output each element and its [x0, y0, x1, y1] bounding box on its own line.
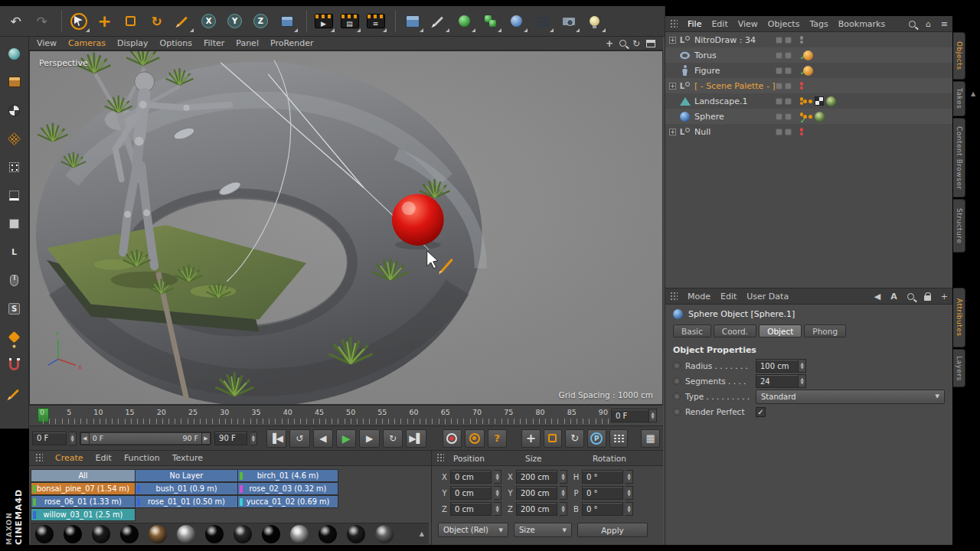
visibility-dot[interactable]: [785, 129, 792, 135]
viewport-canvas[interactable]: Y X Perspective Grid Spacing : 1000 cm: [29, 51, 663, 405]
current-frame-field[interactable]: 0 F: [32, 432, 67, 445]
animation-toggle-icon[interactable]: [673, 362, 681, 370]
scale-record-toggle[interactable]: [544, 429, 563, 448]
last-tool-pen-icon[interactable]: [170, 8, 195, 34]
menu-prorender[interactable]: ProRender: [270, 38, 314, 48]
tab-layers[interactable]: Layers: [953, 349, 965, 387]
sphere-material-tag-icon[interactable]: [815, 112, 825, 122]
menu-edit[interactable]: Edit: [711, 19, 727, 29]
light-icon[interactable]: [582, 8, 607, 34]
lock-z-axis-button[interactable]: Z: [248, 8, 273, 34]
point-level-animation-toggle[interactable]: [609, 429, 629, 448]
tab-phong[interactable]: Phong: [804, 324, 846, 337]
object-row-torus[interactable]: Torus ✓: [665, 47, 952, 63]
tab-attributes[interactable]: Attributes: [953, 288, 965, 347]
menu-user-data[interactable]: User Data: [746, 292, 789, 302]
spinner[interactable]: ▲▼: [626, 502, 633, 516]
rotate-tool-icon[interactable]: ↻: [144, 8, 169, 34]
ruler-frame-spinner[interactable]: ▲▼: [649, 409, 657, 422]
menu-cameras[interactable]: Cameras: [68, 38, 106, 48]
tab-content-browser[interactable]: Content Browser: [953, 118, 965, 197]
timeline-ruler[interactable]: 051015202530354045505560657075808590 0 F…: [29, 405, 663, 426]
apply-button[interactable]: Apply: [577, 523, 648, 537]
size-x-field[interactable]: 200 cm: [516, 470, 557, 484]
scene-3d[interactable]: Y X: [30, 51, 662, 404]
layer-cell[interactable]: bush_01 (0.9 m): [136, 482, 238, 495]
list-icon[interactable]: ≡: [941, 19, 948, 29]
animation-toggle-icon[interactable]: [673, 408, 681, 416]
texture-mode-icon[interactable]: [2, 98, 27, 122]
live-selection-icon[interactable]: [66, 8, 91, 34]
visibility-dot[interactable]: [776, 113, 782, 120]
material-thumbnail[interactable]: [149, 525, 167, 543]
material-tag-icon[interactable]: [803, 66, 813, 76]
snap-magnet-icon[interactable]: [2, 353, 27, 377]
model-mode-icon[interactable]: [2, 70, 27, 94]
rotate-view-icon[interactable]: ↻: [632, 38, 640, 49]
layer-cell[interactable]: yucca_01_02 (0.69 m): [238, 495, 338, 508]
spinner[interactable]: ▲▼: [799, 359, 806, 373]
material-tag-icon[interactable]: [803, 51, 813, 60]
menu-objects[interactable]: Objects: [768, 19, 800, 29]
visibility-dot[interactable]: [776, 67, 782, 74]
tab-basic[interactable]: Basic: [673, 324, 711, 337]
object-row-landscape[interactable]: Landscape.1: [665, 93, 952, 109]
position-z-field[interactable]: 0 cm: [450, 502, 492, 516]
object-row-sphere[interactable]: Sphere ✓: [665, 109, 952, 124]
panel-handle-icon[interactable]: [436, 453, 444, 463]
preview-range-slider[interactable]: ◀ 0 F 90 F ▶: [80, 432, 211, 445]
spinner[interactable]: ▲▼: [626, 470, 633, 484]
expand-toggle-icon[interactable]: +: [669, 37, 676, 44]
lock-icon[interactable]: [924, 295, 931, 301]
menu-create[interactable]: Create: [55, 453, 83, 463]
menu-file[interactable]: File: [688, 19, 701, 29]
paint-setup-icon[interactable]: [2, 324, 27, 349]
segments-field[interactable]: 24: [756, 374, 799, 388]
layer-cell[interactable]: No Layer: [136, 469, 238, 482]
spinner[interactable]: ▲▼: [560, 486, 567, 500]
object-name[interactable]: Landscape.1: [694, 96, 748, 106]
rotation-b-field[interactable]: 0 °: [582, 502, 623, 516]
range-start-grip[interactable]: ◀: [80, 432, 90, 445]
layer-cell[interactable]: rose_02_03 (0.32 m): [238, 482, 338, 495]
search-icon[interactable]: [907, 293, 914, 300]
material-thumbnail[interactable]: [205, 525, 224, 543]
layer-cell[interactable]: birch_01 (4.6 m): [238, 469, 338, 482]
spinner[interactable]: ▲▼: [560, 470, 567, 484]
panel-handle-icon[interactable]: [670, 19, 678, 29]
spinner[interactable]: ▲▼: [494, 470, 501, 484]
end-frame-spinner[interactable]: ▲▼: [250, 432, 257, 445]
rotation-h-field[interactable]: 0 °: [582, 470, 623, 484]
menu-mode[interactable]: Mode: [688, 292, 710, 302]
render-picture-viewer-icon[interactable]: ▤: [337, 8, 362, 34]
layer-cell[interactable]: willow_03_01 (2.5 m): [31, 508, 136, 521]
menu-panel[interactable]: Panel: [236, 38, 259, 48]
material-thumbnail[interactable]: [35, 525, 54, 543]
menu-tags[interactable]: Tags: [809, 19, 828, 29]
add-cube-icon[interactable]: [400, 8, 425, 34]
menu-edit[interactable]: Edit: [720, 292, 737, 302]
workplane-mode-icon[interactable]: [2, 126, 27, 151]
enable-axis-icon[interactable]: L: [2, 240, 27, 264]
material-thumbnail[interactable]: [64, 525, 82, 543]
record-keyframe-button[interactable]: [443, 429, 462, 448]
coord-size-select[interactable]: Size▼: [514, 523, 572, 537]
tab-object[interactable]: Object: [759, 324, 802, 337]
type-dropdown[interactable]: Standard▼: [756, 390, 945, 404]
spinner[interactable]: ▲▼: [799, 374, 806, 388]
layer-cell[interactable]: bonsai_pine_07 (1.54 m): [31, 482, 136, 495]
spinner[interactable]: ▲▼: [494, 502, 501, 516]
next-frame-button[interactable]: ▶: [359, 429, 379, 448]
object-name[interactable]: Sphere: [694, 112, 724, 122]
object-name[interactable]: Null: [694, 127, 710, 137]
position-y-field[interactable]: 0 cm: [450, 486, 492, 500]
previous-frame-button[interactable]: ◀: [313, 429, 333, 448]
home-icon[interactable]: ⌂: [926, 19, 931, 29]
animation-toggle-icon[interactable]: [673, 377, 681, 385]
rotation-record-toggle[interactable]: ↻: [565, 429, 584, 448]
visibility-dot[interactable]: [785, 52, 792, 59]
subdivision-surface-icon[interactable]: [452, 8, 477, 34]
pan-view-icon[interactable]: +: [606, 38, 613, 49]
tab-coord[interactable]: Coord.: [714, 324, 756, 337]
material-thumbnail[interactable]: [262, 525, 280, 543]
